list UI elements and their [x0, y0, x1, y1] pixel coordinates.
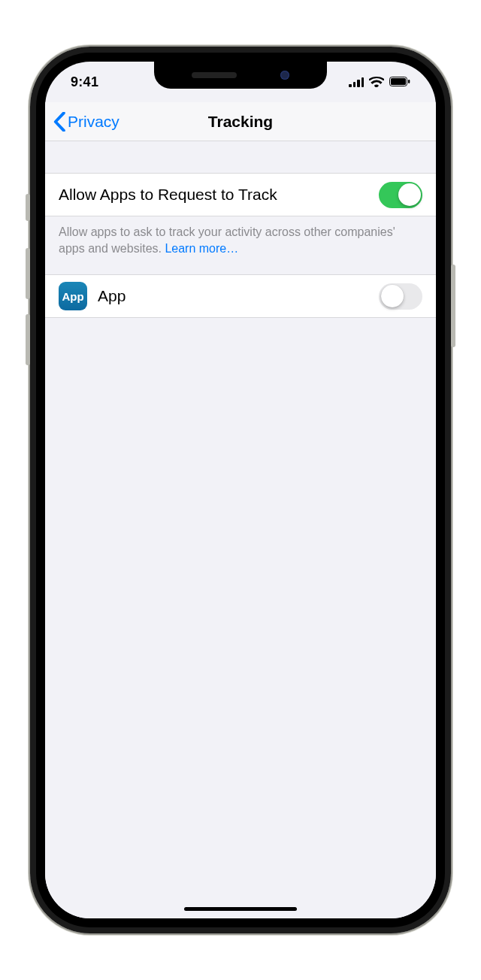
app-tracking-toggle[interactable]: [379, 283, 422, 310]
mute-switch: [26, 194, 30, 221]
allow-apps-request-row: Allow Apps to Request to Track: [45, 173, 436, 216]
home-indicator[interactable]: [184, 907, 297, 911]
app-icon: App: [59, 282, 87, 310]
status-time: 9:41: [71, 74, 98, 90]
screen: 9:41: [45, 62, 436, 918]
wifi-icon: [369, 77, 384, 87]
volume-down: [26, 314, 30, 365]
speaker-grille: [192, 72, 237, 78]
allow-apps-request-label: Allow Apps to Request to Track: [59, 186, 379, 204]
back-label: Privacy: [68, 113, 119, 131]
svg-rect-1: [391, 78, 406, 85]
notch: [154, 62, 327, 89]
battery-icon: [389, 77, 410, 87]
content: Allow Apps to Request to Track Allow app…: [45, 141, 436, 918]
app-name-label: App: [98, 287, 379, 305]
navigation-bar: Privacy Tracking: [45, 102, 436, 141]
phone-frame: 9:41: [30, 47, 451, 933]
volume-up: [26, 248, 30, 299]
app-tracking-row: App App: [45, 274, 436, 318]
page-title: Tracking: [208, 113, 273, 131]
allow-apps-request-toggle[interactable]: [379, 182, 422, 208]
cellular-icon: [349, 77, 364, 87]
svg-rect-2: [408, 80, 410, 83]
allow-apps-request-footer: Allow apps to ask to track your activity…: [45, 216, 436, 256]
learn-more-link[interactable]: Learn more…: [165, 242, 238, 255]
back-button[interactable]: Privacy: [53, 112, 208, 132]
power-button: [451, 265, 455, 347]
front-camera: [280, 71, 289, 80]
app-icon-label: App: [62, 290, 83, 303]
chevron-left-icon: [53, 112, 66, 132]
